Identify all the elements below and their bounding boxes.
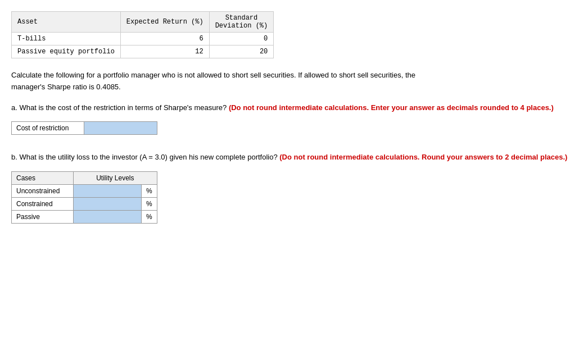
case-constrained: Constrained <box>12 198 74 211</box>
expected-return-col-header: Expected Return (%) <box>120 12 209 33</box>
question-a-instruction: (Do not round intermediate calculations.… <box>229 103 554 112</box>
table-row: Passive % <box>12 211 157 224</box>
cost-of-restriction-row: Cost of restriction <box>11 121 577 135</box>
description-text2: manager's Sharpe ratio is 0.4085. <box>11 83 121 91</box>
table-row: Unconstrained % <box>12 185 157 198</box>
utility-col-header: Utility Levels <box>74 172 157 185</box>
passive-input-cell <box>74 211 142 224</box>
table-row: Passive equity portfolio 12 20 <box>12 46 274 58</box>
question-b-label: b. What is the utility loss to the inves… <box>11 153 278 161</box>
unconstrained-input-cell <box>74 185 142 198</box>
cost-of-restriction-input[interactable] <box>84 121 157 135</box>
asset-name-tbills: T-bills <box>12 33 121 46</box>
question-b-block: b. What is the utility loss to the inves… <box>11 152 577 163</box>
asset-table: Asset Expected Return (%) Standard Devia… <box>11 11 274 58</box>
asset-col-header: Asset <box>12 12 121 33</box>
unconstrained-percent: % <box>142 185 157 198</box>
constrained-percent: % <box>142 198 157 211</box>
question-a-label: a. What is the cost of the restriction i… <box>11 103 227 112</box>
case-passive: Passive <box>12 211 74 224</box>
cases-table: Cases Utility Levels Unconstrained % Con… <box>11 171 157 224</box>
std-dev-passive: 20 <box>209 46 274 58</box>
table-row: Constrained % <box>12 198 157 211</box>
description-text1: Calculate the following for a portfolio … <box>11 71 415 79</box>
constrained-input[interactable] <box>74 198 141 210</box>
case-unconstrained: Unconstrained <box>12 185 74 198</box>
expected-return-tbills: 6 <box>120 33 209 46</box>
passive-input[interactable] <box>74 211 141 223</box>
table-row: T-bills 6 0 <box>12 33 274 46</box>
std-dev-col-header: Standard Deviation (%) <box>209 12 274 33</box>
constrained-input-cell <box>74 198 142 211</box>
unconstrained-input[interactable] <box>74 185 141 197</box>
passive-percent: % <box>142 211 157 224</box>
asset-name-passive: Passive equity portfolio <box>12 46 121 58</box>
expected-return-passive: 12 <box>120 46 209 58</box>
cost-of-restriction-label: Cost of restriction <box>11 121 84 135</box>
cases-col-header: Cases <box>12 172 74 185</box>
question-b-instruction: (Do not round intermediate calculations.… <box>279 153 567 161</box>
std-dev-tbills: 0 <box>209 33 274 46</box>
description-block: Calculate the following for a portfolio … <box>11 70 577 93</box>
question-b-section: b. What is the utility loss to the inves… <box>11 152 577 224</box>
question-a-block: a. What is the cost of the restriction i… <box>11 102 577 114</box>
